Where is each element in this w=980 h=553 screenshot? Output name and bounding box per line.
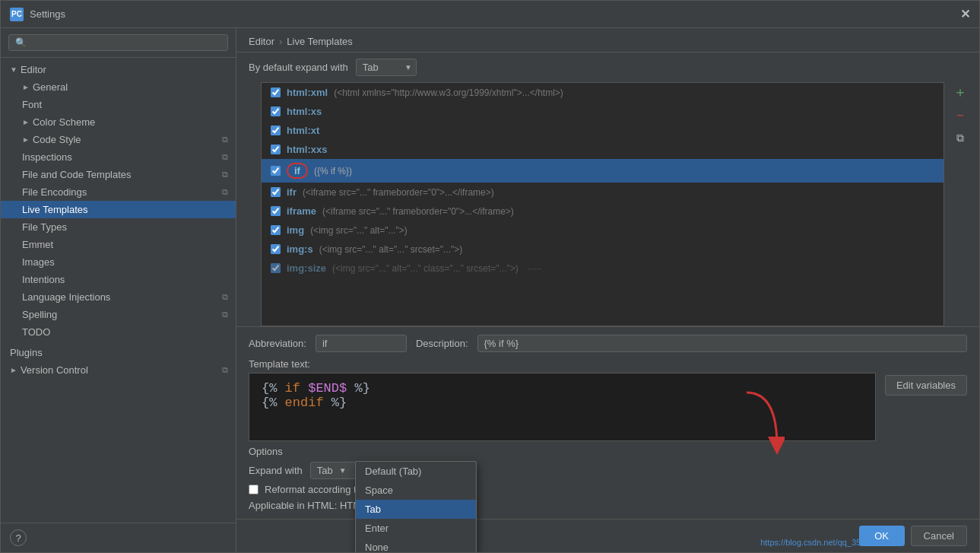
close-button[interactable]: ✕ bbox=[960, 7, 970, 21]
template-checkbox[interactable] bbox=[271, 87, 281, 97]
cancel-button[interactable]: Cancel bbox=[911, 526, 967, 546]
expand-arrow-icon: ▼ bbox=[10, 65, 17, 74]
help-button[interactable]: ? bbox=[10, 529, 27, 546]
remove-template-button[interactable]: － bbox=[950, 105, 970, 125]
template-text-label: Template text: bbox=[249, 358, 876, 370]
template-item-html-xt[interactable]: html:xt bbox=[262, 121, 944, 140]
sidebar-item-label: Emmet bbox=[22, 239, 228, 250]
sidebar-item-file-encodings[interactable]: File Encodings ⧉ bbox=[1, 183, 236, 201]
reformat-checkbox[interactable] bbox=[249, 485, 258, 494]
template-name: html:xml bbox=[287, 87, 328, 98]
template-checkbox[interactable] bbox=[271, 106, 281, 116]
expand-arrow-icon: ► bbox=[22, 118, 30, 126]
sidebar-item-font[interactable]: Font bbox=[1, 96, 236, 113]
template-item-iframe[interactable]: iframe (<iframe src="..." frameborder="0… bbox=[262, 202, 944, 221]
template-name: html:xt bbox=[287, 125, 319, 136]
search-input[interactable] bbox=[31, 37, 221, 48]
template-checkbox[interactable] bbox=[271, 225, 281, 235]
panel-toolbar: By default expand with Tab ▼ bbox=[236, 52, 979, 82]
dropdown-option-tab[interactable]: Tab bbox=[356, 500, 476, 519]
search-container[interactable]: 🔍 bbox=[8, 34, 228, 51]
template-checkbox[interactable] bbox=[271, 187, 281, 197]
dropdown-option-default[interactable]: Default (Tab) bbox=[356, 462, 476, 481]
add-template-button[interactable]: ＋ bbox=[950, 82, 970, 102]
sidebar-item-label: Intentions bbox=[22, 274, 228, 285]
template-checkbox[interactable] bbox=[271, 126, 281, 135]
copy-icon: ⧉ bbox=[222, 310, 228, 319]
sidebar-item-label: File and Code Templates bbox=[22, 169, 219, 180]
template-item-html-xml[interactable]: html:xml (<html xmlns="http://www.w3.org… bbox=[262, 83, 944, 102]
sidebar-item-file-types[interactable]: File Types bbox=[1, 218, 236, 236]
template-checkbox[interactable] bbox=[271, 263, 281, 273]
sidebar-item-label: Color Scheme bbox=[33, 116, 228, 128]
sidebar-item-intentions[interactable]: Intentions bbox=[1, 271, 236, 288]
expand-arrow-icon: ► bbox=[22, 135, 30, 144]
sidebar-item-editor[interactable]: ▼ Editor bbox=[1, 61, 236, 78]
copy-template-button[interactable]: ⧉ bbox=[950, 128, 970, 148]
sidebar-item-label: Live Templates bbox=[22, 204, 228, 215]
breadcrumb-separator: › bbox=[279, 36, 282, 47]
template-item-html-xs[interactable]: html:xs bbox=[262, 102, 944, 121]
search-box: 🔍 bbox=[1, 28, 236, 58]
dropdown-option-space[interactable]: Space bbox=[356, 481, 476, 500]
sidebar-item-language-injections[interactable]: Language Injections ⧉ bbox=[1, 288, 236, 306]
copy-icon: ⧉ bbox=[222, 152, 228, 162]
description-input[interactable] bbox=[477, 335, 967, 352]
template-item-html-xxs[interactable]: html:xxs bbox=[262, 140, 944, 159]
sidebar-item-inspections[interactable]: Inspections ⧉ bbox=[1, 148, 236, 166]
sidebar-item-label: File Types bbox=[22, 221, 228, 233]
titlebar: PC Settings ✕ bbox=[1, 1, 979, 28]
sidebar-item-live-templates[interactable]: Live Templates bbox=[1, 201, 236, 218]
ellipsis: ······ bbox=[528, 264, 541, 273]
breadcrumb-live-templates: Live Templates bbox=[287, 36, 352, 47]
sidebar-item-label: Code Style bbox=[33, 134, 219, 145]
template-checkbox[interactable] bbox=[271, 206, 281, 216]
template-item-if[interactable]: if ({% if %}) bbox=[262, 159, 944, 183]
template-item-img-size[interactable]: img:size (<img src="..." alt="..." class… bbox=[262, 259, 944, 278]
expand-dropdown-wrapper[interactable]: Tab ▼ bbox=[356, 59, 417, 76]
template-checkbox[interactable] bbox=[271, 244, 281, 254]
sidebar-item-spelling[interactable]: Spelling ⧉ bbox=[1, 306, 236, 323]
template-item-img[interactable]: img (<img src="..." alt="...">) bbox=[262, 221, 944, 240]
sidebar-item-images[interactable]: Images bbox=[1, 253, 236, 271]
sidebar-item-color-scheme[interactable]: ► Color Scheme bbox=[1, 113, 236, 131]
sidebar-item-plugins[interactable]: Plugins bbox=[1, 344, 236, 361]
code-line-2: {% endif %} bbox=[262, 396, 863, 410]
template-name: img:size bbox=[287, 262, 326, 274]
sidebar-item-version-control[interactable]: ► Version Control ⧉ bbox=[1, 361, 236, 379]
template-desc: (<img src="..." alt="...">) bbox=[310, 225, 408, 236]
code-line-1: {% if $END$ %} bbox=[262, 381, 863, 396]
template-checkbox[interactable] bbox=[271, 166, 281, 176]
sidebar-item-code-style[interactable]: ► Code Style ⧉ bbox=[1, 131, 236, 148]
breadcrumb: Editor › Live Templates bbox=[236, 28, 979, 52]
dropdown-option-enter[interactable]: Enter bbox=[356, 519, 476, 538]
edit-variables-button[interactable]: Edit variables bbox=[885, 375, 967, 396]
chevron-down-icon: ▼ bbox=[339, 466, 347, 475]
template-name: img:s bbox=[287, 243, 313, 255]
list-buttons: ＋ － ⧉ bbox=[944, 82, 976, 326]
sidebar-tree: ▼ Editor ► General Font ► Color Scheme bbox=[1, 58, 236, 523]
template-checkbox[interactable] bbox=[271, 145, 281, 154]
search-icon: 🔍 bbox=[15, 37, 27, 48]
template-row-area: html:xml (<html xmlns="http://www.w3.org… bbox=[236, 82, 979, 326]
template-desc: ({% if %}) bbox=[314, 166, 352, 176]
expand-dropdown[interactable]: Tab bbox=[356, 59, 417, 76]
template-item-img-s[interactable]: img:s (<img src="..." alt="..." srcset="… bbox=[262, 240, 944, 259]
dropdown-option-none[interactable]: None bbox=[356, 538, 476, 552]
abbreviation-input[interactable] bbox=[316, 335, 407, 352]
template-code-editor[interactable]: {% if $END$ %} {% endif %} bbox=[249, 373, 876, 441]
sidebar-item-todo[interactable]: TODO bbox=[1, 323, 236, 341]
description-label: Description: bbox=[416, 338, 468, 349]
sidebar-item-file-code-templates[interactable]: File and Code Templates ⧉ bbox=[1, 166, 236, 183]
sidebar-item-label: Editor bbox=[21, 64, 228, 75]
template-item-ifr[interactable]: ifr (<iframe src="..." frameborder="0">.… bbox=[262, 183, 944, 202]
sidebar-item-emmet[interactable]: Emmet bbox=[1, 236, 236, 253]
expand-arrow-icon: ► bbox=[10, 366, 17, 374]
sidebar-item-label: General bbox=[33, 81, 228, 93]
expand-with-dropdown-popup: Default (Tab) Space Tab Enter None bbox=[355, 461, 477, 552]
settings-window: PC Settings ✕ 🔍 ▼ Editor ► bbox=[0, 0, 980, 553]
template-name: img bbox=[287, 224, 304, 236]
sidebar-item-general[interactable]: ► General bbox=[1, 78, 236, 96]
template-desc: (<img src="..." alt="..." class="..." sr… bbox=[332, 263, 519, 274]
sidebar-item-label: File Encodings bbox=[22, 186, 219, 198]
